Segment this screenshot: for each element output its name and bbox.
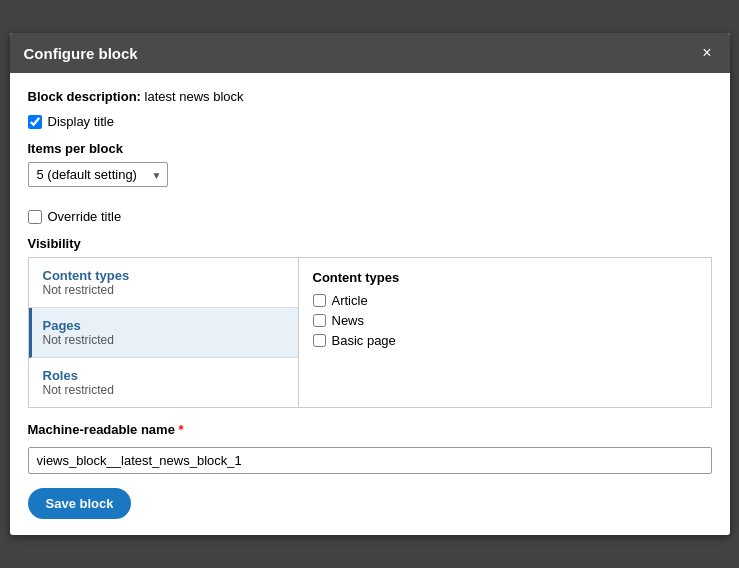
machine-name-label: Machine-readable name * (28, 422, 712, 437)
modal-body: Block description: latest news block Dis… (10, 73, 730, 535)
tab-content-types[interactable]: Content types Not restricted (29, 258, 298, 308)
save-block-button[interactable]: Save block (28, 488, 132, 519)
items-per-block-select[interactable]: 1 2 3 4 5 (default setting) 6 7 8 9 10 (28, 162, 168, 187)
items-per-block-select-wrapper: 1 2 3 4 5 (default setting) 6 7 8 9 10 ▼ (28, 162, 168, 187)
basic-page-label[interactable]: Basic page (332, 333, 396, 348)
visibility-tabs: Content types Not restricted Pages Not r… (29, 258, 299, 407)
content-panel-title: Content types (313, 270, 697, 285)
display-title-row: Display title (28, 114, 712, 129)
modal-header: Configure block × (10, 33, 730, 73)
article-checkbox[interactable] (313, 294, 326, 307)
visibility-content-panel: Content types Article News Basic page (299, 258, 711, 407)
tab-pages-title: Pages (43, 318, 284, 333)
content-item-basic-page: Basic page (313, 333, 697, 348)
tab-pages[interactable]: Pages Not restricted (29, 308, 298, 358)
display-title-checkbox[interactable] (28, 115, 42, 129)
machine-name-input[interactable] (28, 447, 712, 474)
machine-name-section: Machine-readable name * (28, 422, 712, 474)
close-button[interactable]: × (698, 43, 715, 63)
override-title-label[interactable]: Override title (48, 209, 122, 224)
visibility-container: Content types Not restricted Pages Not r… (28, 257, 712, 408)
tab-content-types-title: Content types (43, 268, 284, 283)
override-title-row: Override title (28, 209, 712, 224)
override-title-checkbox[interactable] (28, 210, 42, 224)
news-label[interactable]: News (332, 313, 365, 328)
article-label[interactable]: Article (332, 293, 368, 308)
block-description-value: latest news block (145, 89, 244, 104)
tab-roles-subtitle: Not restricted (43, 383, 284, 397)
items-per-block-row: Items per block 1 2 3 4 5 (default setti… (28, 141, 712, 197)
modal-overlay: Configure block × Block description: lat… (0, 0, 739, 568)
modal-title: Configure block (24, 45, 138, 62)
tab-roles[interactable]: Roles Not restricted (29, 358, 298, 407)
visibility-label: Visibility (28, 236, 712, 251)
tab-pages-subtitle: Not restricted (43, 333, 284, 347)
news-checkbox[interactable] (313, 314, 326, 327)
visibility-section: Visibility Content types Not restricted … (28, 236, 712, 408)
tab-content-types-subtitle: Not restricted (43, 283, 284, 297)
tab-roles-title: Roles (43, 368, 284, 383)
block-description-label: Block description: (28, 89, 141, 104)
block-description-row: Block description: latest news block (28, 89, 712, 104)
display-title-label[interactable]: Display title (48, 114, 114, 129)
items-per-block-label: Items per block (28, 141, 712, 156)
content-item-article: Article (313, 293, 697, 308)
content-item-news: News (313, 313, 697, 328)
basic-page-checkbox[interactable] (313, 334, 326, 347)
configure-block-modal: Configure block × Block description: lat… (10, 33, 730, 535)
required-star: * (179, 422, 184, 437)
